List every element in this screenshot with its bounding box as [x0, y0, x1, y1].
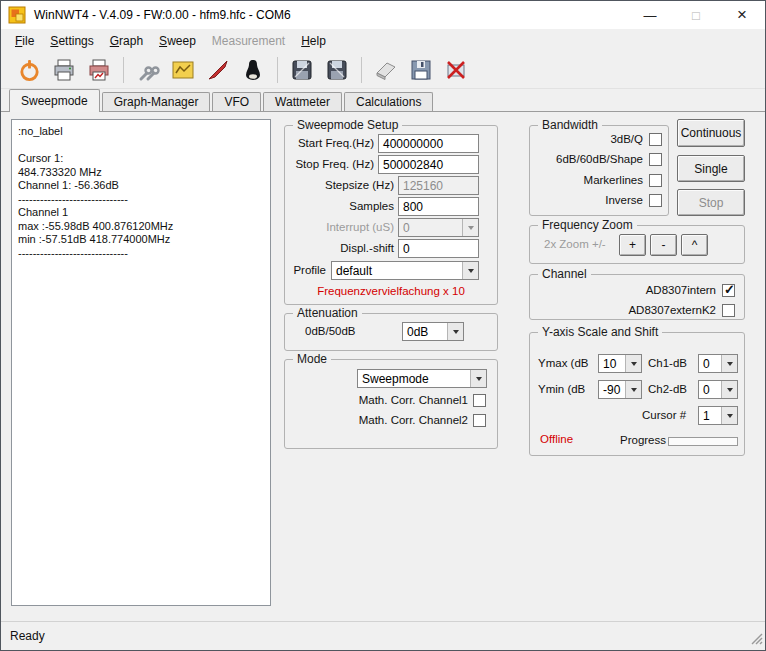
- info-line: 484.733320 MHz: [18, 166, 264, 180]
- save-toolbar-button[interactable]: [405, 55, 437, 85]
- attenuation-title: Attenuation: [293, 306, 362, 320]
- progress-bar: [668, 437, 738, 446]
- profile-value: default: [332, 262, 462, 279]
- ymax-combobox[interactable]: 10: [598, 354, 642, 373]
- calibration-icon: [171, 58, 195, 82]
- info-line: min :-57.51dB 418.774000MHz: [18, 233, 264, 247]
- samples-label: Samples: [285, 200, 394, 212]
- disconnect-toolbar-button[interactable]: [440, 55, 472, 85]
- ch2-db-value: 0: [699, 381, 721, 398]
- info-line: Channel 1: [18, 206, 264, 220]
- cursor-number-combobox[interactable]: 1: [698, 406, 738, 425]
- menu-sweep[interactable]: Sweep: [151, 31, 204, 51]
- maximize-button[interactable]: □: [673, 1, 719, 29]
- window-controls: — □ ×: [627, 1, 765, 29]
- info-line: max :-55.98dB 400.876120MHz: [18, 220, 264, 234]
- displ-shift-input[interactable]: 0: [398, 239, 479, 258]
- bandwidth-3db-checkbox[interactable]: [649, 133, 662, 146]
- ymin-value: -90: [599, 381, 625, 398]
- tab-pane-border: [1, 111, 766, 112]
- menu-settings[interactable]: Settings: [42, 31, 101, 51]
- attenuation-value: 0dB: [403, 323, 447, 340]
- mode-combobox[interactable]: Sweepmode: [357, 369, 487, 388]
- markerlines-checkbox[interactable]: [649, 174, 662, 187]
- ymax-value: 10: [599, 355, 625, 372]
- stop-button[interactable]: Stop: [677, 189, 745, 216]
- ymin-combobox[interactable]: -90: [598, 380, 642, 399]
- menu-measurement[interactable]: Measurement: [204, 31, 293, 51]
- inverse-checkbox[interactable]: [649, 194, 662, 207]
- resize-grip-icon[interactable]: [749, 631, 763, 648]
- disk-save-toolbar-button[interactable]: [321, 55, 353, 85]
- tab-graph-manager[interactable]: Graph-Manager: [102, 92, 211, 111]
- print-toolbar-button[interactable]: [48, 55, 80, 85]
- cursor-number-label: Cursor #: [642, 409, 686, 421]
- start-freq-input[interactable]: 400000000: [378, 134, 479, 153]
- progress-label: Progress: [620, 434, 666, 446]
- attenuation-combobox[interactable]: 0dB: [402, 322, 464, 341]
- title-bar: WinNWT4 - V.4.09 - FW:0.00 - hfm9.hfc - …: [1, 1, 765, 29]
- ymax-label: Ymax (dB: [538, 357, 589, 369]
- channel-title: Channel: [538, 267, 591, 281]
- toolbar-separator: [123, 57, 124, 83]
- ad8307externk2-checkbox[interactable]: [722, 304, 735, 317]
- tools-toolbar-button[interactable]: [132, 55, 164, 85]
- eraser-toolbar-button[interactable]: [370, 55, 402, 85]
- stop-freq-input[interactable]: 500002840: [378, 155, 479, 174]
- winnwt4-window: WinNWT4 - V.4.09 - FW:0.00 - hfm9.hfc - …: [0, 0, 766, 651]
- interrupt-combobox[interactable]: 0: [398, 218, 479, 237]
- dropdown-arrow-icon: [721, 355, 737, 372]
- save-icon: [409, 58, 433, 82]
- math-corr-channel1-checkbox[interactable]: [473, 394, 486, 407]
- menu-help[interactable]: Help: [293, 31, 334, 51]
- samples-input[interactable]: 800: [398, 197, 479, 216]
- frequency-multiplier-note: Frequenzvervielfachung x 10: [285, 285, 497, 297]
- close-button[interactable]: ×: [719, 1, 765, 29]
- bandwidth-title: Bandwidth: [538, 118, 602, 132]
- bandwidth-6db-checkbox[interactable]: [649, 153, 662, 166]
- dropdown-arrow-icon: [447, 323, 463, 340]
- attenuation-group: Attenuation 0dB/50dB 0dB: [284, 313, 498, 351]
- dropdown-arrow-icon: [721, 407, 737, 424]
- interrupt-label: Interrupt (uS): [285, 221, 394, 233]
- tab-wattmeter[interactable]: Wattmeter: [263, 92, 342, 111]
- ch1-db-combobox[interactable]: 0: [698, 354, 738, 373]
- mode-title: Mode: [293, 352, 331, 366]
- continuous-button[interactable]: Continuous: [677, 119, 745, 147]
- menu-graph[interactable]: Graph: [102, 31, 151, 51]
- power-toolbar-button[interactable]: [13, 55, 45, 85]
- tux-toolbar-button[interactable]: [237, 55, 269, 85]
- math-corr-channel2-checkbox[interactable]: [473, 414, 486, 427]
- dropdown-arrow-icon: [470, 370, 486, 387]
- zoom-up-button[interactable]: ^: [681, 234, 708, 256]
- tab-vfo[interactable]: VFO: [212, 92, 261, 111]
- menu-bar: File Settings Graph Sweep Measurement He…: [1, 29, 765, 52]
- info-line: ------------------------------: [18, 247, 264, 261]
- measurement-info-panel: :no_label Cursor 1: 484.733320 MHz Chann…: [11, 119, 271, 606]
- ch2-db-combobox[interactable]: 0: [698, 380, 738, 399]
- toolbar-separator: [277, 57, 278, 83]
- zoom-out-button[interactable]: -: [650, 234, 677, 256]
- sweepmode-setup-title: Sweepmode Setup: [293, 118, 402, 132]
- stepsize-input[interactable]: 125160: [398, 176, 479, 195]
- disk-load-toolbar-button[interactable]: [286, 55, 318, 85]
- markerlines-label: Markerlines: [530, 174, 643, 186]
- stop-freq-label: Stop Freq. (Hz): [285, 158, 374, 170]
- calibration-toolbar-button[interactable]: [167, 55, 199, 85]
- probe-toolbar-button[interactable]: [202, 55, 234, 85]
- zoom-in-button[interactable]: +: [619, 234, 646, 256]
- menu-file[interactable]: File: [7, 31, 42, 51]
- tab-calculations[interactable]: Calculations: [344, 92, 433, 111]
- ch1-db-label: Ch1-dB: [648, 357, 687, 369]
- print-graph-toolbar-button[interactable]: [83, 55, 115, 85]
- profile-label: Profile: [285, 264, 326, 276]
- bandwidth-6db-label: 6dB/60dB/Shape: [530, 153, 643, 165]
- tab-sweepmode[interactable]: Sweepmode: [9, 89, 100, 112]
- single-button[interactable]: Single: [677, 155, 745, 182]
- profile-combobox[interactable]: default: [331, 261, 479, 280]
- math-corr-channel1-label: Math. Corr. Channel1: [285, 394, 468, 406]
- offline-status: Offline: [540, 433, 573, 445]
- displ-shift-label: Displ.-shift: [285, 242, 394, 254]
- ad8307intern-checkbox[interactable]: [722, 284, 735, 297]
- minimize-button[interactable]: —: [627, 1, 673, 29]
